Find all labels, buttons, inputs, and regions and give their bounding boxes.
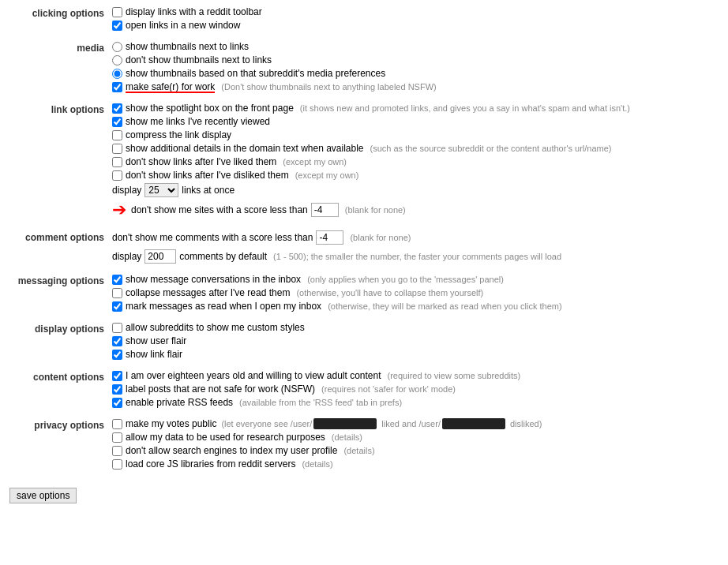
row-custom-styles: allow subreddits to show me custom style…: [112, 322, 719, 333]
text-message-conversations: show message conversations in the inbox: [126, 274, 301, 285]
comment-score-hint: (blank for none): [350, 233, 411, 242]
text-label-nsfw: label posts that are not safe for work (…: [126, 384, 315, 395]
hint-additional-details: (such as the source subreddit or the con…: [370, 144, 612, 153]
row-make-votes-public: make my votes public (let everyone see /…: [112, 418, 719, 429]
text-compress-link: compress the link display: [126, 129, 231, 140]
label-search-engines[interactable]: don't allow search engines to index my u…: [112, 445, 375, 456]
media-label: media: [9, 41, 112, 95]
media-content: show thumbnails next to links don't show…: [112, 41, 719, 95]
text-display-links: display links with a reddit toolbar: [126, 6, 262, 17]
label-message-conversations[interactable]: show message conversations in the inbox …: [112, 274, 504, 285]
radio-subreddit-thumbnails[interactable]: [112, 69, 122, 79]
label-spotlight-box[interactable]: show the spotlight box on the front page…: [112, 103, 630, 114]
label-custom-styles[interactable]: allow subreddits to show me custom style…: [112, 322, 305, 333]
label-show-link-flair[interactable]: show link flair: [112, 349, 182, 360]
text-research-data: allow my data to be used for research pu…: [126, 432, 325, 443]
label-open-links-new-window[interactable]: open links in a new window: [112, 20, 240, 31]
link-options-label: link options: [9, 103, 112, 223]
checkbox-eighteen-plus[interactable]: [112, 371, 122, 381]
text-show-link-flair: show link flair: [126, 349, 182, 360]
checkbox-collapse-messages[interactable]: [112, 288, 122, 298]
label-mark-messages-read[interactable]: mark messages as read when I open my inb…: [112, 301, 562, 312]
messaging-options-content: show message conversations in the inbox …: [112, 274, 719, 314]
text-spotlight-box: show the spotlight box on the front page: [126, 103, 294, 114]
privacy-options-content: make my votes public (let everyone see /…: [112, 418, 719, 472]
red-arrow-icon: ➔: [112, 200, 126, 220]
checkbox-core-js[interactable]: [112, 459, 122, 470]
label-show-thumbnails[interactable]: show thumbnails next to links: [112, 41, 249, 52]
label-research-data[interactable]: allow my data to be used for research pu…: [112, 432, 362, 443]
display-options-content: allow subreddits to show me custom style…: [112, 322, 719, 362]
text-search-engines: don't allow search engines to index my u…: [126, 445, 337, 456]
row-dont-show-disliked: don't show links after I've disliked the…: [112, 170, 719, 181]
checkbox-dont-show-liked[interactable]: [112, 157, 122, 167]
censored-username-1: [313, 418, 377, 429]
checkbox-search-engines[interactable]: [112, 446, 122, 456]
clicking-options-label: clicking options: [9, 6, 112, 33]
label-dont-show-liked[interactable]: don't show links after I've liked them (…: [112, 156, 347, 167]
checkbox-make-votes-public[interactable]: [112, 419, 122, 429]
checkbox-show-user-flair[interactable]: [112, 336, 122, 346]
label-compress-link[interactable]: compress the link display: [112, 129, 231, 140]
comment-score-input[interactable]: [316, 230, 343, 245]
label-core-js[interactable]: load core JS libraries from reddit serve…: [112, 458, 333, 470]
checkbox-message-conversations[interactable]: [112, 275, 122, 285]
label-display-links[interactable]: display links with a reddit toolbar: [112, 6, 262, 17]
links-per-page-select[interactable]: 10 25 50 100: [144, 183, 178, 197]
label-make-safe[interactable]: make safe(r) for work: [112, 81, 215, 92]
comment-options-section: comment options don't show me comments w…: [9, 230, 719, 266]
hint-spotlight-box: (it shows new and promoted links, and gi…: [300, 103, 630, 113]
label-label-nsfw[interactable]: label posts that are not safe for work (…: [112, 384, 456, 395]
text-dont-show-disliked: don't show links after I've disliked the…: [126, 170, 289, 181]
hint-research-data: (details): [332, 432, 362, 442]
checkbox-display-links[interactable]: [112, 7, 122, 17]
label-eighteen-plus[interactable]: I am over eighteen years old and willing…: [112, 370, 520, 381]
checkbox-spotlight-box[interactable]: [112, 103, 122, 114]
label-subreddit-thumbnails[interactable]: show thumbnails based on that subreddit'…: [112, 68, 385, 79]
label-show-user-flair[interactable]: show user flair: [112, 335, 186, 346]
text-additional-details: show additional details in the domain te…: [126, 143, 364, 154]
checkbox-additional-details[interactable]: [112, 144, 122, 154]
checkbox-mark-messages-read[interactable]: [112, 301, 122, 312]
text-show-user-flair: show user flair: [126, 335, 186, 346]
checkbox-label-nsfw[interactable]: [112, 384, 122, 395]
hint-message-conversations: (only applies when you go to the 'messag…: [307, 275, 504, 284]
checkbox-private-rss[interactable]: [112, 398, 122, 408]
score-filter-input[interactable]: [311, 203, 339, 217]
checkbox-open-links-new-window[interactable]: [112, 21, 122, 31]
row-show-thumbnails: show thumbnails next to links: [112, 41, 719, 52]
comment-options-content: don't show me comments with a score less…: [112, 230, 719, 266]
label-make-votes-public[interactable]: make my votes public: [112, 418, 216, 429]
hint-make-safe: (Don't show thumbnails next to anything …: [221, 82, 436, 92]
display-options-section: display options allow subreddits to show…: [9, 322, 719, 362]
text-make-safe: make safe(r) for work: [126, 81, 215, 92]
label-additional-details[interactable]: show additional details in the domain te…: [112, 143, 612, 154]
row-score-filter: ➔ don't show me sites with a score less …: [112, 200, 719, 220]
label-collapse-messages[interactable]: collapse messages after I've read them (…: [112, 287, 483, 298]
checkbox-dont-show-disliked[interactable]: [112, 170, 122, 181]
label-private-rss[interactable]: enable private RSS feeds (available from…: [112, 397, 402, 408]
content-options-section: content options I am over eighteen years…: [9, 370, 719, 410]
label-dont-show-thumbnails[interactable]: don't show thumbnails next to links: [112, 54, 272, 65]
display-label: display: [112, 185, 141, 196]
text-recently-viewed: show me links I've recently viewed: [126, 116, 270, 127]
checkbox-compress-link[interactable]: [112, 130, 122, 140]
radio-show-thumbnails[interactable]: [112, 42, 122, 52]
save-options-button[interactable]: save options: [9, 488, 77, 503]
text-private-rss: enable private RSS feeds: [126, 397, 233, 408]
checkbox-recently-viewed[interactable]: [112, 117, 122, 127]
text-make-votes-public: make my votes public: [126, 418, 216, 429]
radio-dont-show-thumbnails[interactable]: [112, 55, 122, 65]
checkbox-research-data[interactable]: [112, 432, 122, 443]
row-label-nsfw: label posts that are not safe for work (…: [112, 384, 719, 395]
checkbox-make-safe[interactable]: [112, 82, 122, 92]
privacy-options-label: privacy options: [9, 418, 112, 472]
checkbox-show-link-flair[interactable]: [112, 350, 122, 360]
checkbox-custom-styles[interactable]: [112, 323, 122, 333]
hint-label-nsfw: (requires not 'safer for work' mode): [321, 384, 456, 394]
label-recently-viewed[interactable]: show me links I've recently viewed: [112, 116, 270, 127]
label-dont-show-disliked[interactable]: don't show links after I've disliked the…: [112, 170, 358, 181]
comments-default-input[interactable]: [144, 249, 176, 264]
messaging-options-section: messaging options show message conversat…: [9, 274, 719, 314]
row-compress-link: compress the link display: [112, 129, 719, 140]
